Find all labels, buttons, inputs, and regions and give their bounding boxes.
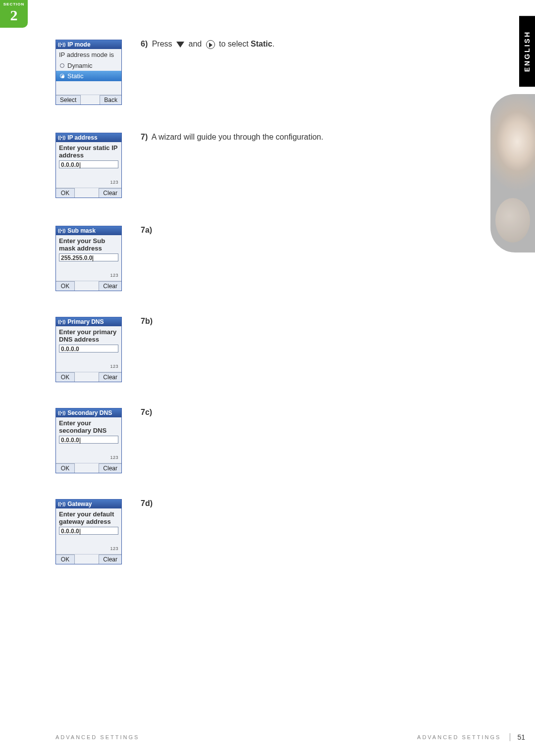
- enter-icon: [206, 40, 215, 49]
- step-7b-row: ((•)) Primary DNS Enter your primary DNS…: [55, 317, 472, 382]
- language-tab: ENGLISH: [519, 16, 535, 87]
- page-content: ((•)) IP mode IP address mode is Dynamic…: [55, 40, 472, 590]
- phone-screen: Enter your primary DNS address 0.0.0.0 1…: [56, 326, 121, 372]
- step-marker: 6): [141, 40, 148, 48]
- step-marker: 7d): [141, 499, 153, 507]
- phone-title: Gateway: [67, 501, 92, 507]
- ip-input[interactable]: 0.0.0.0: [59, 160, 118, 168]
- option-label: Static: [67, 72, 84, 80]
- phone-titlebar: ((•)) Gateway: [56, 500, 121, 508]
- submask-input[interactable]: 255.255.0.0: [59, 253, 118, 261]
- step-6-text: 6) Press and to select Static.: [141, 40, 472, 49]
- signal-icon: ((•)): [58, 319, 65, 324]
- step-7-text: 7) A wizard will guide you through the c…: [141, 133, 472, 142]
- softkey-right[interactable]: Clear: [99, 554, 121, 564]
- input-mode: 123: [110, 364, 120, 370]
- phone-softkeys: Select Back: [56, 95, 121, 104]
- step-marker: 7b): [141, 317, 153, 325]
- gateway-input[interactable]: 0.0.0.0: [59, 527, 118, 535]
- phone-secondary-dns: ((•)) Secondary DNS Enter your secondary…: [55, 408, 122, 473]
- section-label: SECTION: [0, 0, 28, 6]
- option-dynamic[interactable]: Dynamic: [56, 60, 121, 71]
- step-7c-row: ((•)) Secondary DNS Enter your secondary…: [55, 408, 472, 473]
- secondary-dns-input[interactable]: 0.0.0.0: [59, 436, 118, 444]
- signal-icon: ((•)): [58, 228, 65, 233]
- softkey-left[interactable]: OK: [56, 372, 75, 382]
- input-mode: 123: [110, 180, 120, 186]
- phone-ip-address: ((•)) IP address Enter your static IP ad…: [55, 133, 122, 198]
- phone-title: Primary DNS: [67, 318, 104, 325]
- step-text-suffix: to select: [219, 40, 251, 48]
- step-7a-row: ((•)) Sub mask Enter your Sub mask addre…: [55, 226, 472, 291]
- radio-icon: [60, 63, 64, 68]
- text-cursor-icon: [80, 438, 80, 444]
- phone-sub-mask: ((•)) Sub mask Enter your Sub mask addre…: [55, 226, 122, 291]
- input-mode: 123: [110, 546, 120, 552]
- signal-icon: ((•)): [58, 135, 65, 140]
- secondary-dns-input-value: 0.0.0.0: [61, 437, 79, 444]
- softkey-left[interactable]: Select: [56, 95, 81, 104]
- text-cursor-icon: [80, 529, 80, 535]
- phone-title: IP address: [67, 134, 97, 141]
- signal-icon: ((•)): [58, 410, 65, 415]
- page-number: 51: [510, 733, 525, 741]
- softkey-left[interactable]: OK: [56, 463, 75, 473]
- step-text-mid: and: [188, 40, 204, 48]
- footer-left: ADVANCED SETTINGS: [55, 734, 139, 740]
- text-cursor-icon: [93, 255, 93, 261]
- primary-dns-input-value: 0.0.0.0: [61, 346, 79, 353]
- phone-ip-mode: ((•)) IP mode IP address mode is Dynamic…: [55, 40, 122, 105]
- signal-icon: ((•)): [58, 42, 65, 47]
- softkey-right[interactable]: Clear: [99, 372, 121, 382]
- phone-softkeys: OK Clear: [56, 463, 121, 473]
- step-7-row: ((•)) IP address Enter your static IP ad…: [55, 133, 472, 198]
- radio-icon: [60, 74, 64, 78]
- softkey-right[interactable]: Clear: [99, 188, 121, 198]
- phone-title: Sub mask: [67, 227, 96, 234]
- softkey-right[interactable]: Back: [100, 95, 121, 104]
- phone-screen: Enter your secondary DNS 0.0.0.0 123: [56, 417, 121, 463]
- step-7b-text: 7b): [141, 317, 472, 326]
- primary-dns-input[interactable]: 0.0.0.0: [59, 345, 118, 353]
- phone-hint: Enter your secondary DNS: [56, 417, 121, 435]
- footer-right-group: ADVANCED SETTINGS 51: [417, 733, 525, 741]
- gateway-input-value: 0.0.0.0: [61, 528, 79, 535]
- step-7c-text: 7c): [141, 408, 472, 417]
- phone-hint: IP address mode is: [56, 49, 121, 59]
- phone-titlebar: ((•)) Secondary DNS: [56, 408, 121, 417]
- option-static[interactable]: Static: [56, 71, 121, 81]
- phone-screen: IP address mode is Dynamic Static: [56, 49, 121, 95]
- phone-gateway: ((•)) Gateway Enter your default gateway…: [55, 499, 122, 564]
- softkey-left[interactable]: OK: [56, 554, 75, 564]
- step-marker: 7): [141, 133, 148, 141]
- step-7d-text: 7d): [141, 499, 472, 508]
- phone-softkeys: OK Clear: [56, 372, 121, 382]
- step-7a-text: 7a): [141, 226, 472, 235]
- phone-softkeys: OK Clear: [56, 188, 121, 198]
- phone-title: IP mode: [67, 41, 90, 48]
- step-marker: 7c): [141, 408, 152, 416]
- softkey-right[interactable]: Clear: [99, 281, 121, 291]
- phone-titlebar: ((•)) Sub mask: [56, 226, 121, 235]
- step-marker: 7a): [141, 226, 152, 234]
- softkey-left[interactable]: OK: [56, 281, 75, 291]
- decorative-side-image: [490, 94, 535, 252]
- footer-right: ADVANCED SETTINGS: [417, 734, 501, 740]
- phone-screen: Enter your default gateway address 0.0.0…: [56, 508, 121, 554]
- step-text-end: .: [272, 40, 274, 48]
- step-6-row: ((•)) IP mode IP address mode is Dynamic…: [55, 40, 472, 105]
- phone-screen: Enter your static IP address 0.0.0.0 123: [56, 142, 121, 188]
- softkey-left[interactable]: OK: [56, 188, 75, 198]
- softkey-right[interactable]: Clear: [99, 463, 121, 473]
- step-7d-row: ((•)) Gateway Enter your default gateway…: [55, 499, 472, 564]
- input-mode: 123: [110, 455, 120, 461]
- page-footer: ADVANCED SETTINGS ADVANCED SETTINGS 51: [55, 733, 525, 741]
- ip-mode-list: Dynamic Static: [56, 59, 121, 81]
- phone-softkeys: OK Clear: [56, 281, 121, 291]
- section-badge: SECTION 2: [0, 0, 28, 28]
- phone-hint: Enter your static IP address: [56, 142, 121, 160]
- submask-input-value: 255.255.0.0: [61, 254, 92, 261]
- step-text-bold: Static: [251, 40, 272, 48]
- step-text-prefix: Press: [152, 40, 174, 48]
- option-label: Dynamic: [67, 62, 93, 69]
